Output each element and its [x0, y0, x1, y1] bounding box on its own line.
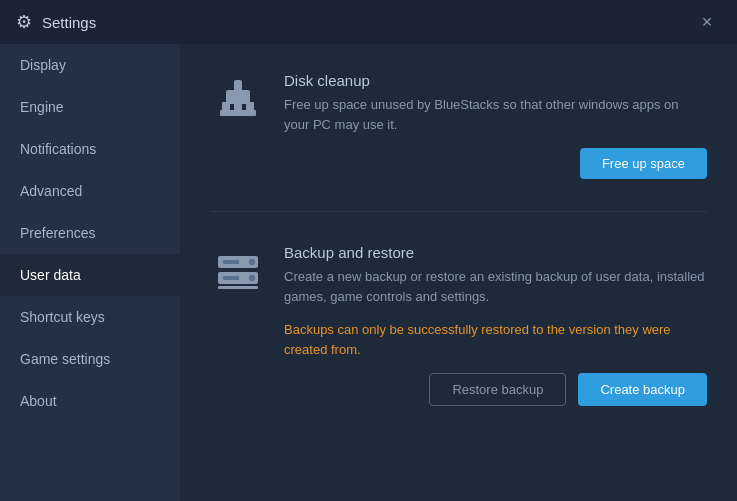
- create-backup-button[interactable]: Create backup: [578, 373, 707, 406]
- restore-backup-button[interactable]: Restore backup: [429, 373, 566, 406]
- sidebar: Display Engine Notifications Advanced Pr…: [0, 44, 180, 501]
- title-bar-left: ⚙ Settings: [16, 11, 96, 33]
- window-title: Settings: [42, 14, 96, 31]
- sidebar-item-display[interactable]: Display: [0, 44, 180, 86]
- sidebar-item-advanced[interactable]: Advanced: [0, 170, 180, 212]
- sidebar-item-shortcut-keys[interactable]: Shortcut keys: [0, 296, 180, 338]
- svg-point-10: [249, 275, 255, 281]
- disk-cleanup-body: Disk cleanup Free up space unused by Blu…: [284, 72, 707, 179]
- svg-rect-12: [218, 286, 258, 289]
- title-bar: ⚙ Settings ×: [0, 0, 737, 44]
- backup-restore-description: Create a new backup or restore an existi…: [284, 267, 707, 306]
- free-up-space-button[interactable]: Free up space: [580, 148, 707, 179]
- disk-cleanup-icon: [210, 72, 266, 128]
- backup-restore-body: Backup and restore Create a new backup o…: [284, 244, 707, 406]
- settings-window: ⚙ Settings × Display Engine Notification…: [0, 0, 737, 501]
- main-content: Disk cleanup Free up space unused by Blu…: [180, 44, 737, 501]
- sidebar-item-user-data[interactable]: User data: [0, 254, 180, 296]
- backup-restore-card: Backup and restore Create a new backup o…: [210, 244, 707, 406]
- sidebar-item-game-settings[interactable]: Game settings: [0, 338, 180, 380]
- disk-cleanup-title: Disk cleanup: [284, 72, 707, 89]
- svg-point-7: [249, 259, 255, 265]
- backup-icon: [210, 244, 266, 300]
- section-divider: [210, 211, 707, 212]
- content-area: Display Engine Notifications Advanced Pr…: [0, 44, 737, 501]
- disk-cleanup-description: Free up space unused by BlueStacks so th…: [284, 95, 707, 134]
- svg-rect-5: [234, 80, 242, 92]
- svg-rect-8: [223, 260, 239, 264]
- gear-icon: ⚙: [16, 11, 32, 33]
- close-button[interactable]: ×: [693, 8, 721, 36]
- sidebar-item-preferences[interactable]: Preferences: [0, 212, 180, 254]
- sidebar-item-notifications[interactable]: Notifications: [0, 128, 180, 170]
- disk-cleanup-card: Disk cleanup Free up space unused by Blu…: [210, 72, 707, 179]
- sidebar-item-engine[interactable]: Engine: [0, 86, 180, 128]
- backup-restore-title: Backup and restore: [284, 244, 707, 261]
- disk-cleanup-actions: Free up space: [284, 148, 707, 179]
- sidebar-item-about[interactable]: About: [0, 380, 180, 422]
- svg-rect-11: [223, 276, 239, 280]
- backup-restore-warning: Backups can only be successfully restore…: [284, 320, 707, 359]
- svg-rect-4: [226, 90, 250, 104]
- backup-restore-actions: Restore backup Create backup: [284, 373, 707, 406]
